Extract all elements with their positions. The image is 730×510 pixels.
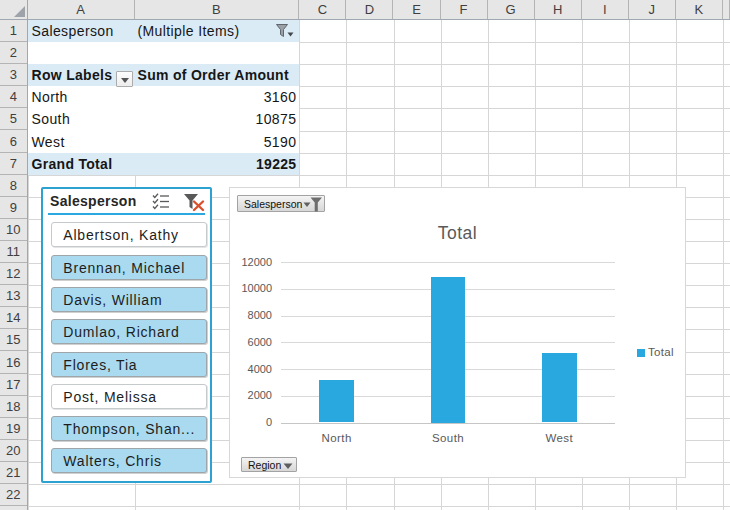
pivot-table: Salesperson (Multiple Items) Row Labels … [28, 20, 300, 175]
chart-axis-button-label: Region [248, 459, 281, 471]
pivot-chart: Salesperson Total 0200040006000800010000… [229, 187, 686, 478]
row-header-16[interactable]: 16 [0, 352, 27, 374]
x-axis-label-west: West [519, 432, 599, 444]
pivot-filter-field-cell[interactable]: Salesperson [28, 20, 135, 42]
dropdown-arrow-icon [283, 463, 293, 470]
legend-label: Total [648, 346, 674, 358]
column-header-D[interactable]: D [346, 0, 393, 19]
excel-sheet: ABCDEFGHIJK 1234567891011121314151617181… [0, 0, 730, 510]
slicer-multiselect-icon[interactable] [152, 193, 171, 210]
chart-filter-button-salesperson[interactable]: Salesperson [237, 195, 325, 212]
chart-axis-button-region[interactable]: Region [241, 457, 297, 472]
pivot-row-label[interactable]: South [28, 108, 135, 130]
chart-gridline-0 [281, 423, 615, 424]
chart-filter-button-label: Salesperson [244, 198, 302, 210]
column-header-partial[interactable] [723, 0, 730, 19]
chart-bar-west[interactable] [542, 353, 577, 422]
row-header-11[interactable]: 11 [0, 241, 27, 263]
rowlabels-dropdown-button[interactable] [116, 71, 133, 88]
pivot-row-label[interactable]: West [28, 131, 135, 153]
slicer-item-flores-tia[interactable]: Flores, Tia [51, 352, 206, 377]
pivot-grandtotal-value[interactable]: 19225 [135, 153, 300, 175]
grid-line-vertical [723, 20, 724, 510]
grid-line-horizontal [28, 506, 730, 507]
column-header-K[interactable]: K [676, 0, 723, 19]
y-axis-label-8000: 8000 [232, 309, 272, 321]
row-header-7[interactable]: 7 [0, 153, 27, 175]
slicer-item-thompson-shan[interactable]: Thompson, Shan... [51, 416, 206, 441]
grid-line-horizontal [28, 175, 730, 176]
row-header-9[interactable]: 9 [0, 197, 27, 219]
row-header-13[interactable]: 13 [0, 285, 27, 307]
y-axis-label-2000: 2000 [232, 389, 272, 401]
row-header-8[interactable]: 8 [0, 175, 27, 197]
pivot-filter-funnel-icon[interactable] [276, 24, 294, 39]
row-header-15[interactable]: 15 [0, 329, 27, 351]
legend-swatch [637, 349, 645, 357]
row-header-10[interactable]: 10 [0, 219, 27, 241]
y-axis-label-10000: 10000 [232, 282, 272, 294]
pivot-row-label[interactable]: North [28, 86, 135, 108]
column-header-B[interactable]: B [135, 0, 300, 19]
row-header-19[interactable]: 19 [0, 418, 27, 440]
slicer-item-davis-william[interactable]: Davis, William [51, 287, 206, 312]
row-header-strip: 12345678910111213141516171819202122 [0, 20, 28, 510]
column-header-strip: ABCDEFGHIJK [28, 0, 730, 20]
y-axis-label-0: 0 [232, 416, 272, 428]
row-header-6[interactable]: 6 [0, 131, 27, 153]
chart-bar-north[interactable] [319, 380, 354, 422]
chart-title[interactable]: Total [230, 223, 685, 244]
column-header-F[interactable]: F [441, 0, 488, 19]
row-header-17[interactable]: 17 [0, 374, 27, 396]
filter-funnel-icon [303, 197, 322, 212]
column-header-G[interactable]: G [488, 0, 535, 19]
select-all-corner[interactable] [0, 0, 28, 20]
column-header-I[interactable]: I [582, 0, 629, 19]
x-axis-label-north: North [297, 432, 377, 444]
y-axis-label-4000: 4000 [232, 363, 272, 375]
pivot-row-value[interactable]: 10875 [135, 108, 300, 130]
pivot-value-header[interactable]: Sum of Order Amount [135, 64, 300, 86]
slicer-item-brennan-michael[interactable]: Brennan, Michael [51, 255, 206, 280]
slicer-title: Salesperson [50, 193, 137, 209]
column-header-H[interactable]: H [535, 0, 582, 19]
slicer-clear-filter-icon[interactable] [183, 193, 206, 212]
row-header-3[interactable]: 3 [0, 64, 27, 86]
row-header-5[interactable]: 5 [0, 108, 27, 130]
column-header-A[interactable]: A [28, 0, 135, 19]
slicer-item-post-melissa[interactable]: Post, Melissa [51, 384, 206, 409]
y-axis-label-12000: 12000 [232, 256, 272, 268]
slicer-item-albertson-kathy[interactable]: Albertson, Kathy [51, 222, 206, 247]
slicer-item-walters-chris[interactable]: Walters, Chris [51, 448, 206, 473]
row-header-18[interactable]: 18 [0, 396, 27, 418]
pivot-grandtotal-label[interactable]: Grand Total [28, 153, 135, 175]
pivot-row-value[interactable]: 5190 [135, 131, 300, 153]
row-header-22[interactable]: 22 [0, 484, 27, 506]
row-header-2[interactable]: 2 [0, 42, 27, 64]
row-header-4[interactable]: 4 [0, 86, 27, 108]
select-all-triangle-icon [14, 6, 25, 17]
pivot-row-value[interactable]: 3160 [135, 86, 300, 108]
row-header-12[interactable]: 12 [0, 263, 27, 285]
column-header-E[interactable]: E [394, 0, 441, 19]
chart-bar-south[interactable] [431, 277, 466, 422]
salesperson-slicer: Salesperson Albertson, KathyBrennan, Mic… [41, 187, 212, 484]
grid-line-horizontal [28, 484, 730, 485]
dropdown-arrow-icon [121, 78, 129, 83]
row-header-21[interactable]: 21 [0, 462, 27, 484]
column-header-C[interactable]: C [299, 0, 346, 19]
row-header-1[interactable]: 1 [0, 20, 27, 42]
row-header-20[interactable]: 20 [0, 440, 27, 462]
chart-gridline-12000 [281, 262, 615, 263]
column-header-J[interactable]: J [629, 0, 676, 19]
row-header-14[interactable]: 14 [0, 307, 27, 329]
x-axis-label-south: South [408, 432, 488, 444]
y-axis-label-6000: 6000 [232, 336, 272, 348]
slicer-item-dumlao-richard[interactable]: Dumlao, Richard [51, 319, 206, 344]
slicer-header-underline [48, 213, 205, 215]
